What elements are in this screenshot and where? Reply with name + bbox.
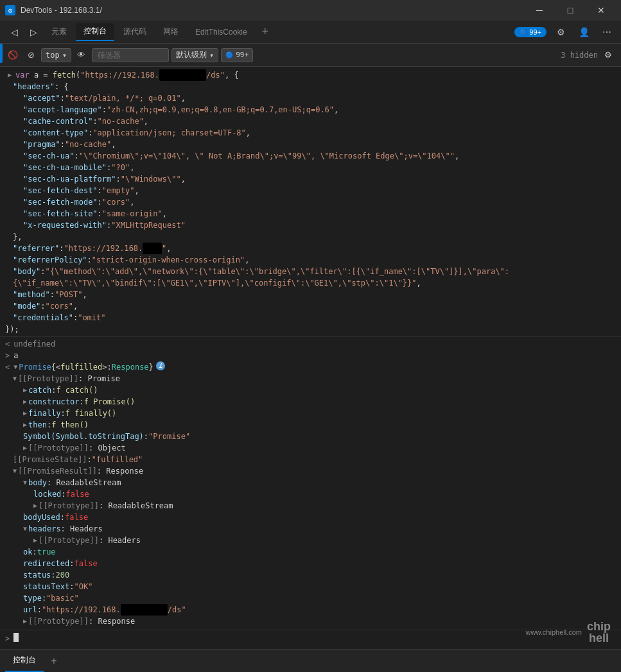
log-level-selector[interactable]: 默认级别 ▾: [171, 48, 218, 62]
console-line: "content-type" : "application/json; char…: [0, 127, 621, 139]
console-line: "referrer" : "https://192.168. xxx " ,: [0, 243, 621, 254]
console-line: },: [0, 231, 621, 243]
console-line: ▼ body : ReadableStream: [0, 477, 621, 488]
console-line: "method" : "POST" ,: [0, 289, 621, 300]
badge-count: 99+: [236, 51, 249, 59]
tab-elements[interactable]: 元素: [44, 23, 74, 41]
console-line: "sec-fetch-mode" : "cors" ,: [0, 196, 621, 208]
close-button[interactable]: ✕: [586, 0, 616, 21]
console-promise-result: < ▼ Promise {< fulfilled >: Response } i: [0, 361, 621, 373]
back-button[interactable]: ◁: [5, 23, 23, 41]
watermark-url: www.chiphell.com: [526, 628, 582, 636]
console-line: });: [0, 323, 621, 335]
filter-input[interactable]: [92, 48, 169, 62]
console-line: ▶ finally : f finally(): [0, 408, 621, 419]
console-line: ▶ [[Prototype]] : ReadableStream: [0, 500, 621, 512]
clear-console-button[interactable]: 🚫: [5, 47, 21, 63]
title-bar: ⚙ DevTools - 192.168.3.1/ ─ □ ✕: [0, 0, 621, 21]
console-line: ▶ constructor : f Promise(): [0, 396, 621, 408]
console-line: "mode" : "cors" ,: [0, 300, 621, 312]
tab-console-label: 控制台: [83, 26, 107, 37]
tab-right-controls: 🔵 99+ ⚙ 👤 ⋯: [514, 23, 616, 41]
tab-editthiscookie-label: EditThisCookie: [195, 28, 247, 37]
console-line: statusText : "OK": [0, 581, 621, 592]
console-line: ▶ var a = fetch ( "https://192.168. stok…: [0, 69, 621, 81]
console-line: ▼ [[Prototype]] : Promise: [0, 373, 621, 384]
console-line: "credentials" : "omit": [0, 312, 621, 323]
profile-button[interactable]: 👤: [575, 23, 593, 41]
console-line: "headers" : {: [0, 81, 621, 92]
context-label: top: [46, 51, 60, 60]
settings-button[interactable]: ⚙: [552, 23, 570, 41]
settings-icon[interactable]: ⚙: [600, 47, 616, 63]
bottom-console-tab[interactable]: 控制台: [5, 650, 44, 672]
window-title: DevTools - 192.168.3.1/: [21, 6, 520, 15]
forward-button[interactable]: ▷: [24, 23, 42, 41]
context-dropdown-arrow: ▾: [62, 51, 67, 60]
notification-badge: 🔵 99+: [514, 27, 547, 37]
console-line: "cache-control" : "no-cache" ,: [0, 116, 621, 127]
console-input-a: > a: [0, 350, 621, 361]
tab-sources[interactable]: 源代码: [116, 23, 154, 41]
info-icon: i: [156, 361, 165, 370]
console-line: "sec-ch-ua-platform" : "\"Windows\"" ,: [0, 173, 621, 185]
tab-network[interactable]: 网络: [155, 23, 186, 41]
console-line: url : "https://192.168. stok-xxxx /ds": [0, 604, 621, 616]
tab-elements-label: 元素: [51, 26, 67, 37]
watermark: www.chiphell.com chip hell: [516, 616, 621, 649]
console-output[interactable]: ▶ var a = fetch ( "https://192.168. stok…: [0, 67, 621, 649]
console-line: {\"if_name\":\"TV\",\"bindif\":[\"GE1\",…: [0, 277, 621, 289]
console-toolbar: 🚫 ⊘ top ▾ 👁 默认级别 ▾ 🔵 99+ 3 hidden ⚙: [0, 44, 621, 67]
console-line: status : 200: [0, 569, 621, 581]
maximize-button[interactable]: □: [555, 0, 585, 21]
filter-icon-button[interactable]: ⊘: [23, 47, 39, 63]
console-line: redirected : false: [0, 558, 621, 569]
hidden-count: 3 hidden ⚙: [561, 47, 616, 63]
add-bottom-tab-button[interactable]: +: [46, 653, 62, 669]
minimize-button[interactable]: ─: [525, 0, 554, 21]
message-count-badge: 🔵 99+: [221, 48, 253, 62]
console-line: ▶ [[Prototype]] : Headers: [0, 535, 621, 546]
console-line: ▼ headers : Headers: [0, 523, 621, 535]
console-line: Symbol(Symbol.toStringTag) : "Promise": [0, 431, 621, 442]
console-line: "body" : "{\"method\":\"add\",\"network\…: [0, 266, 621, 277]
console-line: "referrerPolicy" : "strict-origin-when-c…: [0, 254, 621, 266]
console-line: "accept-language" : "zh-CN,zh;q=0.9,en;q…: [0, 104, 621, 116]
console-result-undefined: < undefined: [0, 336, 621, 350]
tab-console[interactable]: 控制台: [76, 23, 114, 41]
console-line: ▶ [[Prototype]] : Object: [0, 442, 621, 454]
context-selector[interactable]: top ▾: [41, 48, 71, 62]
console-line: "sec-ch-ua-mobile" : "?0" ,: [0, 162, 621, 173]
app-icon: ⚙: [5, 5, 15, 15]
level-label: 默认级别: [176, 49, 207, 60]
svg-text:⚙: ⚙: [8, 8, 13, 14]
console-line: "x-requested-with" : "XMLHttpRequest": [0, 220, 621, 231]
console-line: "pragma" : "no-cache" ,: [0, 139, 621, 150]
console-line: [[PromiseState]] : "fulfilled": [0, 454, 621, 465]
sidebar-indicator: [0, 44, 3, 63]
console-line: type : "basic": [0, 592, 621, 604]
console-line: "sec-ch-ua" : "\"Chromium\";v=\"104\", \…: [0, 150, 621, 162]
tab-sources-label: 源代码: [123, 26, 146, 37]
cursor: [13, 633, 19, 642]
console-line: "accept" : "text/plain, */*; q=0.01" ,: [0, 92, 621, 104]
logo: chip hell: [587, 621, 611, 644]
console-line: ▶ then : f then(): [0, 419, 621, 431]
console-line: bodyUsed : false: [0, 512, 621, 523]
bottom-tab-label: 控制台: [13, 655, 36, 666]
window-controls: ─ □ ✕: [525, 0, 616, 21]
console-line: ▼ [[PromiseResult]] : Response: [0, 465, 621, 477]
console-line: locked : false: [0, 488, 621, 500]
console-line: "sec-fetch-site" : "same-origin" ,: [0, 208, 621, 220]
console-line: ▶ catch : f catch(): [0, 384, 621, 396]
tab-network-label: 网络: [163, 26, 179, 37]
console-line: "sec-fetch-dest" : "empty" ,: [0, 185, 621, 196]
add-tab-button[interactable]: +: [256, 23, 274, 41]
tab-editthiscookie[interactable]: EditThisCookie: [188, 23, 255, 41]
level-dropdown-arrow: ▾: [209, 51, 214, 60]
line-expand[interactable]: ▶: [5, 69, 14, 81]
console-line: ok : true: [0, 546, 621, 558]
more-button[interactable]: ⋯: [598, 23, 616, 41]
bottom-tab-bar: 控制台 +: [0, 649, 621, 672]
eye-button[interactable]: 👁: [74, 47, 89, 63]
